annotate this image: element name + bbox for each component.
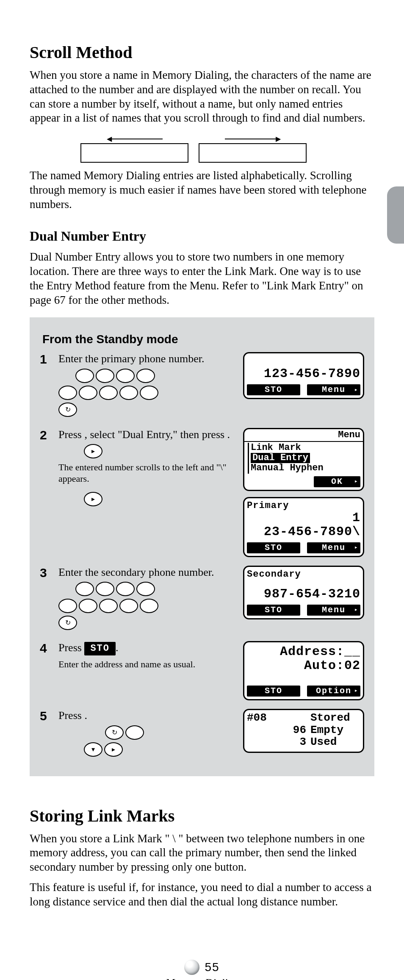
- softkey-sto: STO: [247, 384, 300, 395]
- step-label: Press: [58, 641, 82, 654]
- step-number: 1: [40, 352, 54, 366]
- scroll-direction-figure: [80, 136, 374, 163]
- step-number: 3: [40, 566, 54, 580]
- softkey-sto: STO: [247, 686, 300, 697]
- softkey-menu: Menu: [307, 605, 360, 616]
- lcd-screen-6: #08 Stored 96 Empty 3 Used: [243, 709, 364, 753]
- softkey-ok: OK: [314, 476, 360, 487]
- side-thumb-tab: [387, 186, 404, 244]
- step-text: Press .: [58, 709, 233, 759]
- lcd-cell: 96: [277, 724, 306, 736]
- nav-down-key-icon: [84, 742, 102, 757]
- sto-key-icon: STO: [84, 642, 116, 655]
- step-number: 2: [40, 428, 54, 442]
- lcd-cell: Stored: [306, 712, 359, 724]
- heading-storing-link-marks: Storing Link Marks: [30, 806, 374, 826]
- lcd-cell: Empty: [306, 724, 359, 736]
- digit-key-icon: [140, 386, 158, 400]
- section-label: Memory Dialing: [30, 977, 374, 980]
- digit-key-icon: [136, 582, 155, 596]
- arrow-right-icon: [225, 136, 281, 142]
- digit-key-icon: [96, 369, 114, 383]
- digit-key-icon: [99, 386, 118, 400]
- paragraph: When you store a Link Mark " \ " between…: [30, 832, 374, 875]
- step-label: Press , select "Dual Entry," then press …: [58, 428, 230, 441]
- lcd-screen-3: Primary 1 23-456-7890\ STO Menu: [243, 497, 364, 557]
- lcd-line: Address:__: [247, 645, 360, 659]
- menu-item: Manual Hyphen: [251, 463, 361, 473]
- lcd-cell: [277, 712, 306, 724]
- lcd-line: Auto:02: [247, 659, 360, 673]
- page-number: 55: [205, 961, 219, 974]
- step-number: 4: [40, 641, 54, 655]
- step-text: Enter the secondary phone number.: [58, 566, 233, 633]
- arrow-left-icon: [107, 136, 163, 142]
- step-label: Press .: [58, 709, 87, 722]
- scroll-list-box: [80, 143, 188, 163]
- digit-key-icon: [79, 599, 97, 613]
- lcd-screen-1: 123-456-7890 STO Menu: [243, 352, 364, 399]
- loop-key-icon: [105, 725, 124, 740]
- lcd-cell: [247, 724, 277, 736]
- menu-item: Link Mark: [251, 443, 361, 453]
- lcd-screen-2: Menu Link Mark Dual Entry Manual Hyphen …: [243, 428, 364, 491]
- step-text: Press , select "Dual Entry," then press …: [58, 428, 233, 509]
- paragraph: This feature is useful if, for instance,…: [30, 880, 374, 909]
- menu-item-selected: Dual Entry: [251, 453, 310, 463]
- lcd-screen-4: Secondary 987-654-3210 STO Menu: [243, 566, 364, 619]
- digit-key-icon: [119, 386, 138, 400]
- lcd-cell: 3: [277, 736, 306, 748]
- loop-key-icon: [58, 616, 77, 630]
- softkey-menu: Menu: [307, 384, 360, 395]
- lcd-number: 123-456-7890: [247, 367, 360, 381]
- instruction-panel: From the Standby mode 1 Enter the primar…: [30, 317, 374, 776]
- lcd-number: 987-654-3210: [247, 587, 360, 601]
- scroll-list-box: [199, 143, 307, 163]
- digit-key-icon: [119, 599, 138, 613]
- nav-right-key-icon: [104, 742, 123, 757]
- step-text: Press STO. Enter the address and name as…: [58, 641, 233, 670]
- step-text: Enter the primary phone number.: [58, 352, 233, 419]
- digit-key-icon: [136, 369, 155, 383]
- lcd-cell: [247, 736, 277, 748]
- digit-key-icon: [75, 369, 94, 383]
- digit-key-icon: [99, 599, 118, 613]
- lcd-header: Primary: [247, 501, 360, 511]
- digit-key-icon: [58, 599, 77, 613]
- softkey-sto: STO: [247, 605, 300, 616]
- nav-right-key-icon: [84, 444, 102, 458]
- lcd-cell: #08: [247, 712, 277, 724]
- step-label: Enter the secondary phone number.: [58, 566, 214, 578]
- panel-title: From the Standby mode: [42, 333, 364, 346]
- heading-dual-number-entry: Dual Number Entry: [30, 228, 374, 244]
- step-note: Enter the address and name as usual.: [58, 659, 233, 670]
- paragraph: When you store a name in Memory Dialing,…: [30, 68, 374, 125]
- digit-key-icon: [96, 582, 114, 596]
- step-number: 5: [40, 709, 54, 723]
- paragraph: Dual Number Entry allows you to store tw…: [30, 250, 374, 307]
- lcd-line: 1: [247, 511, 360, 525]
- digit-key-icon: [75, 582, 94, 596]
- loop-key-icon: [58, 403, 77, 417]
- digit-key-icon: [79, 386, 97, 400]
- nav-right-key-icon: [84, 492, 102, 506]
- step-note: The entered number scrolls to the left a…: [58, 462, 233, 484]
- step-label: Enter the primary phone number.: [58, 353, 204, 365]
- digit-key-icon: [116, 582, 135, 596]
- lcd-menu-header: Menu: [244, 429, 363, 442]
- lcd-line: 23-456-7890\: [247, 525, 360, 539]
- digit-key-icon: [140, 599, 158, 613]
- heading-scroll-method: Scroll Method: [30, 42, 374, 62]
- lcd-screen-5: Address:__ Auto:02 STO Option: [243, 641, 364, 700]
- softkey-sto: STO: [247, 542, 300, 553]
- digit-key-icon: [116, 369, 135, 383]
- paragraph: The named Memory Dialing entries are lis…: [30, 169, 374, 211]
- lcd-cell: Used: [306, 736, 359, 748]
- digit-key-icon: [125, 725, 144, 740]
- softkey-option: Option: [307, 686, 360, 697]
- page-footer: 55 Memory Dialing: [30, 960, 374, 980]
- lcd-header: Secondary: [247, 569, 360, 580]
- pearl-bullet-icon: [184, 960, 199, 975]
- softkey-menu: Menu: [307, 542, 360, 553]
- digit-key-icon: [58, 386, 77, 400]
